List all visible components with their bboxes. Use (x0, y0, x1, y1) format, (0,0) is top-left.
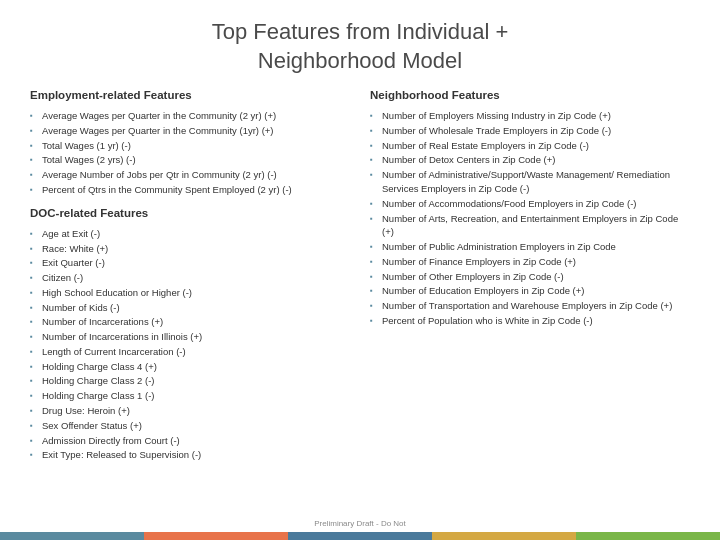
list-item: Length of Current Incarceration (-) (30, 345, 350, 359)
list-item: High School Education or Higher (-) (30, 286, 350, 300)
list-item: Number of Incarcerations in Illinois (+) (30, 330, 350, 344)
list-item: Average Number of Jobs per Qtr in Commun… (30, 168, 350, 182)
list-item: Number of Detox Centers in Zip Code (+) (370, 153, 690, 167)
left-column: Employment-related Features Average Wage… (30, 89, 350, 463)
bar-2 (144, 532, 288, 540)
doc-list: Age at Exit (-)Race: White (+)Exit Quart… (30, 227, 350, 462)
list-item: Sex Offender Status (+) (30, 419, 350, 433)
list-item: Number of Finance Employers in Zip Code … (370, 255, 690, 269)
list-item: Number of Incarcerations (+) (30, 315, 350, 329)
list-item: Exit Type: Released to Supervision (-) (30, 448, 350, 462)
list-item: Total Wages (1 yr) (-) (30, 139, 350, 153)
bar-5 (576, 532, 720, 540)
list-item: Number of Real Estate Employers in Zip C… (370, 139, 690, 153)
list-item: Drug Use: Heroin (+) (30, 404, 350, 418)
list-item: Holding Charge Class 2 (-) (30, 374, 350, 388)
right-column: Neighborhood Features Number of Employer… (370, 89, 690, 463)
bar-4 (432, 532, 576, 540)
list-item: Holding Charge Class 4 (+) (30, 360, 350, 374)
title-section: Top Features from Individual + Neighborh… (0, 0, 720, 89)
list-item: Exit Quarter (-) (30, 256, 350, 270)
list-item: Number of Accommodations/Food Employers … (370, 197, 690, 211)
list-item: Percent of Population who is White in Zi… (370, 314, 690, 328)
bar-1 (0, 532, 144, 540)
page-title: Top Features from Individual + Neighborh… (40, 18, 680, 75)
list-item: Percent of Qtrs in the Community Spent E… (30, 183, 350, 197)
list-item: Citizen (-) (30, 271, 350, 285)
list-item: Number of Other Employers in Zip Code (-… (370, 270, 690, 284)
list-item: Number of Public Administration Employer… (370, 240, 690, 254)
content-area: Employment-related Features Average Wage… (0, 89, 720, 463)
list-item: Number of Kids (-) (30, 301, 350, 315)
list-item: Admission Directly from Court (-) (30, 434, 350, 448)
list-item: Number of Employers Missing Industry in … (370, 109, 690, 123)
list-item: Number of Wholesale Trade Employers in Z… (370, 124, 690, 138)
doc-heading: DOC-related Features (30, 207, 350, 219)
list-item: Number of Arts, Recreation, and Entertai… (370, 212, 690, 240)
list-item: Age at Exit (-) (30, 227, 350, 241)
list-item: Number of Education Employers in Zip Cod… (370, 284, 690, 298)
bar-3 (288, 532, 432, 540)
neighborhood-list: Number of Employers Missing Industry in … (370, 109, 690, 327)
footer-text: Preliminary Draft - Do Not (314, 519, 406, 528)
list-item: Race: White (+) (30, 242, 350, 256)
employment-list: Average Wages per Quarter in the Communi… (30, 109, 350, 197)
list-item: Average Wages per Quarter in the Communi… (30, 124, 350, 138)
list-item: Total Wages (2 yrs) (-) (30, 153, 350, 167)
neighborhood-heading: Neighborhood Features (370, 89, 690, 101)
list-item: Holding Charge Class 1 (-) (30, 389, 350, 403)
employment-heading: Employment-related Features (30, 89, 350, 101)
list-item: Average Wages per Quarter in the Communi… (30, 109, 350, 123)
footer-bar (0, 532, 720, 540)
list-item: Number of Transportation and Warehouse E… (370, 299, 690, 313)
list-item: Number of Administrative/Support/Waste M… (370, 168, 690, 196)
